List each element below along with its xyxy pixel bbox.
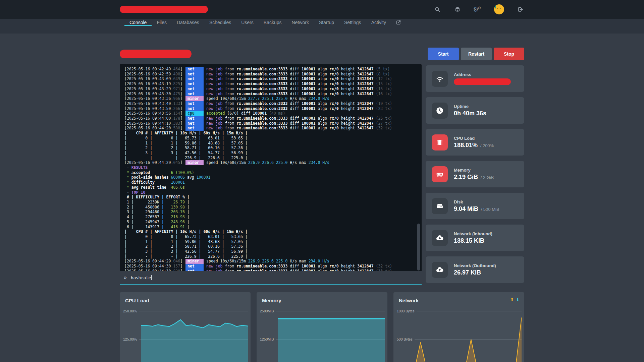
- axis-tick-label: 2500MiB: [260, 309, 274, 313]
- axis-tick-label: 500 Bytes: [397, 337, 413, 341]
- stat-limit: / 500 MiB: [480, 207, 499, 212]
- stat-value-redacted: [454, 78, 511, 85]
- stat-card-memory: Memory2.19 GiB / 2 GiB: [426, 161, 524, 187]
- console-line: | CPU # | AFFINITY | 10s H/s | 60s H/s |…: [124, 131, 422, 136]
- stat-value: 138.15 KiB: [454, 237, 492, 244]
- stat-value: 2.19 GiB / 2 GiB: [454, 174, 494, 181]
- chart-title: Memory: [262, 298, 281, 303]
- console-line: [2025-05-16 09:44:30.820] netnew job fro…: [124, 269, 422, 271]
- stat-card-uptime: Uptime0h 40m 36s: [426, 97, 524, 124]
- disk-icon: [432, 198, 448, 214]
- console-line: | 0 | 0 | 65.73 | 63.01 | 53.65 |: [124, 234, 422, 239]
- tab-schedules[interactable]: Schedules: [204, 19, 236, 26]
- start-button[interactable]: Start: [428, 48, 459, 60]
- clock-icon: [432, 103, 448, 119]
- chart-network-legend: ⬆ ⬇: [510, 297, 520, 302]
- command-input-row: » hashrate: [120, 271, 422, 285]
- layers-icon[interactable]: [454, 6, 461, 13]
- console-line: [2025-05-16 09:42:59.498] netnew job fro…: [124, 72, 422, 77]
- console-line: 4 | 276587 | 216.93 |: [124, 215, 422, 220]
- console-line: [2025-05-16 09:43:30.475] netnew job fro…: [124, 92, 422, 97]
- stat-limit: / 200%: [479, 143, 494, 148]
- up-arrow-icon: ⬆: [510, 297, 514, 302]
- stat-value: 9.04 MiB / 500 MiB: [454, 205, 499, 213]
- console-line: [2025-05-16 09:44:30.157] netnew job fro…: [124, 264, 422, 269]
- stat-limit: / 2 GiB: [479, 175, 494, 180]
- console-line: | 1 | 1 | 59.86 | 48.68 | 57.05 |: [124, 239, 422, 244]
- stat-value: 188.01% / 200%: [454, 142, 494, 149]
- console-line: [2025-05-16 09:43:40.133] netnew job fro…: [124, 101, 422, 106]
- chart-title: CPU Load: [125, 298, 149, 303]
- logout-icon[interactable]: [517, 6, 524, 13]
- console-line: | 0 | 0 | 65.73 | 63.01 | 53.65 |: [124, 136, 422, 141]
- console-line: [2025-05-16 09:44:10.383] netnew job fro…: [124, 121, 422, 126]
- stat-card-disk: Disk9.04 MiB / 500 MiB: [426, 193, 524, 219]
- tab-databases[interactable]: Databases: [172, 19, 204, 26]
- tab-backups[interactable]: Backups: [259, 19, 287, 26]
- tab-console[interactable]: Console: [124, 19, 152, 26]
- chart-plot-network-traffic: [415, 311, 522, 362]
- console-line: * avg result time 405.6s: [124, 185, 422, 190]
- console-line: | 3 | 3 | 42.56 | 54.77 | 56.99 |: [124, 150, 422, 156]
- stat-label: Uptime: [454, 104, 486, 109]
- top-navbar: ⚙⚙: [0, 0, 644, 19]
- console-line: [2025-05-16 09:44:29.045] minerspeed 10s…: [124, 160, 422, 165]
- command-input[interactable]: hashrate: [131, 275, 152, 280]
- tab-network[interactable]: Network: [287, 19, 314, 26]
- app-logo-redacted[interactable]: [120, 6, 208, 13]
- console-scrollbar[interactable]: [417, 224, 420, 270]
- external-link-icon[interactable]: [391, 19, 406, 26]
- console-line: [2025-05-16 09:43:50.266] netnew job fro…: [124, 106, 422, 111]
- stat-card-network-inbound: Network (Inbound)138.15 KiB: [426, 225, 524, 251]
- cloud-upload-icon: [432, 262, 448, 278]
- stop-button[interactable]: Stop: [494, 48, 524, 60]
- avatar[interactable]: [494, 4, 504, 14]
- console-line: [2025-05-16 09:43:09.649] netnew job fro…: [124, 76, 422, 81]
- console-line: 6 | 143917 | 416.91 |: [124, 225, 422, 230]
- memory-icon: [432, 166, 448, 182]
- console-line: [2025-05-16 09:43:56.154] cpuaccepted (6…: [124, 111, 422, 116]
- console-line: * accepted 6 (100.0%): [124, 170, 422, 175]
- stat-card-cpu-load: CPU Load188.01% / 200%: [426, 129, 524, 156]
- console-line: # | DIFFICULTY | EFFORT % |: [124, 195, 422, 200]
- stat-label: Network (Inbound): [454, 231, 492, 236]
- chart-plot-cpu-load: [141, 311, 248, 362]
- console-line: * difficulty 100001: [124, 180, 422, 185]
- gears-icon[interactable]: ⚙⚙: [474, 6, 481, 13]
- tab-files[interactable]: Files: [152, 19, 172, 26]
- cloud-download-icon: [432, 230, 448, 246]
- axis-tick-label: 250.00%: [123, 309, 137, 313]
- console-line: [2025-05-16 09:42:49.464] netnew job fro…: [124, 67, 422, 72]
- console-line: | 2 | 2 | 58.71 | 60.16 | 57.36 |: [124, 145, 422, 150]
- tab-activity[interactable]: Activity: [366, 19, 391, 26]
- stat-card-network-outbound: Network (Outbound)26.97 KiB: [426, 256, 524, 283]
- stat-label: Memory: [454, 168, 494, 173]
- power-buttons: Start Restart Stop: [428, 48, 524, 60]
- chart-memory: Memory 2500MiB1250MiB: [257, 292, 387, 362]
- restart-button[interactable]: Restart: [461, 48, 492, 60]
- chart-network: Network ⬆ ⬇ 1000 Bytes500 Bytes: [393, 292, 524, 362]
- stat-label: CPU Load: [454, 136, 494, 141]
- server-tabbar: ConsoleFilesDatabasesSchedulesUsersBacku…: [0, 19, 644, 34]
- tab-settings[interactable]: Settings: [339, 19, 366, 26]
- axis-tick-label: 1000 Bytes: [397, 309, 415, 313]
- console-line: [2025-05-16 09:43:19.825] netnew job fro…: [124, 81, 422, 86]
- chart-title: Network: [399, 298, 419, 303]
- console-line: | 1 | 1 | 59.86 | 48.68 | 57.05 |: [124, 141, 422, 146]
- server-title-redacted: [120, 50, 192, 58]
- charts-row: CPU Load 250.00%125.00% Memory 2500MiB12…: [120, 292, 524, 362]
- search-icon[interactable]: [434, 6, 441, 13]
- stat-label: Address: [454, 72, 511, 77]
- axis-tick-label: 125.00%: [123, 337, 137, 341]
- console-line: [2025-05-16 09:44:29.046] minerspeed 10s…: [124, 259, 422, 264]
- stat-value: 0h 40m 36s: [454, 110, 486, 117]
- tab-startup[interactable]: Startup: [314, 19, 339, 26]
- tab-users[interactable]: Users: [236, 19, 259, 26]
- console-line: - TOP 10: [124, 190, 422, 195]
- stat-value: 26.97 KiB: [454, 269, 496, 276]
- wifi-icon: [432, 71, 448, 87]
- console-output[interactable]: [2025-05-16 09:42:49.464] netnew job fro…: [120, 64, 422, 271]
- console-line: | - | - | 226.9 | 226.6 | 225.0 |: [124, 254, 422, 259]
- console-line: | 2 | 2 | 58.71 | 60.16 | 57.36 |: [124, 244, 422, 249]
- console-line: | 3 | 3 | 42.56 | 54.77 | 56.99 |: [124, 249, 422, 254]
